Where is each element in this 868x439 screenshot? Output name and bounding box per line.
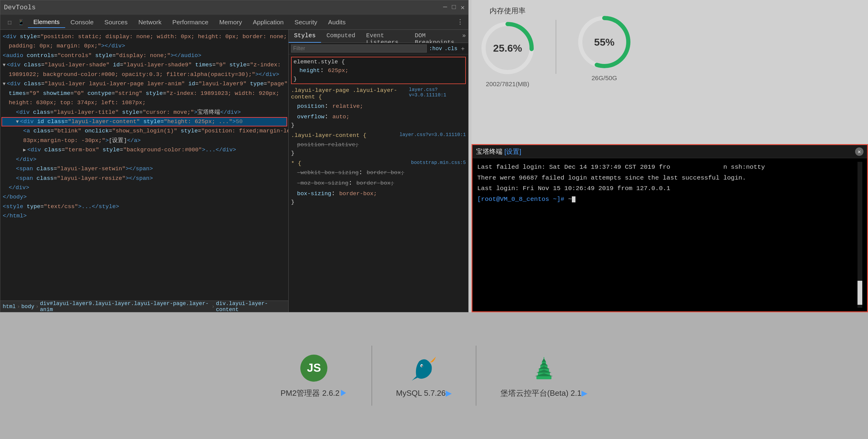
svg-point-5 bbox=[422, 365, 423, 367]
html-line: 83px;margin-top: -30px;">[设置]</a> bbox=[1, 136, 287, 145]
css-selector-3: * { bbox=[291, 160, 301, 167]
breadcrumb-body[interactable]: body bbox=[21, 304, 34, 310]
tab-dom-breakpoints[interactable]: DOM Breakpoints bbox=[409, 30, 460, 43]
tab-elements[interactable]: Elements bbox=[28, 17, 65, 28]
pm2-label: PM2管理器 2.6.2▶ bbox=[281, 388, 347, 399]
terminal-panel: 宝塔终端 [设置] ✕ Last failed login: Sat Dec 1… bbox=[471, 144, 868, 312]
add-style-icon[interactable]: ＋ bbox=[460, 44, 466, 53]
pagoda-svg-icon bbox=[530, 355, 557, 382]
tab-computed[interactable]: Computed bbox=[321, 30, 361, 43]
html-line: <span class="layui-layer-resize"></span> bbox=[1, 174, 287, 183]
tab-security[interactable]: Security bbox=[289, 17, 322, 28]
html-line: </body> bbox=[1, 192, 287, 202]
css-source-1[interactable]: layer.css?v=3.0.11110:1 bbox=[409, 87, 466, 101]
close-button[interactable]: ✕ bbox=[461, 4, 465, 12]
devtools-main: <div style="position: static; display: n… bbox=[0, 30, 468, 312]
tool-pagoda[interactable]: 堡塔云控平台(Beta) 2.1▶ bbox=[500, 353, 587, 399]
html-line: ▶<div class="term-box" style="background… bbox=[1, 145, 287, 155]
terminal-line-1: Last failed login: Sat Dec 14 19:37:49 C… bbox=[477, 162, 855, 173]
styles-content: element.style { height: 625px; } .layui-… bbox=[289, 54, 468, 312]
html-content: <div style="position: static; display: n… bbox=[0, 30, 288, 301]
css-rule-2: .layui-layer-content { layer.css?v=3.0.1… bbox=[291, 132, 466, 156]
tool-mysql[interactable]: MySQL 5.7.26▶ bbox=[396, 354, 452, 398]
disk-subtitle: 26G/50G bbox=[591, 74, 617, 82]
terminal-close-button[interactable]: ✕ bbox=[855, 148, 864, 156]
terminal-content: Last failed login: Sat Dec 14 19:37:49 C… bbox=[472, 158, 867, 311]
mysql-svg-icon bbox=[410, 355, 437, 382]
css-line: box-sizing: border-box; bbox=[291, 188, 466, 199]
styles-filter-input[interactable] bbox=[291, 44, 427, 53]
terminal-scrollbar-thumb[interactable] bbox=[858, 281, 862, 305]
terminal-text-area: Last failed login: Sat Dec 14 19:37:49 C… bbox=[477, 162, 855, 308]
css-selector-1: .layui-layer-page .layui-layer-content { bbox=[291, 87, 409, 100]
css-close: } bbox=[293, 76, 463, 82]
more-options-icon[interactable]: ⋮ bbox=[457, 18, 463, 26]
tab-memory[interactable]: Memory bbox=[214, 17, 247, 28]
css-line-struck: position-relative; bbox=[291, 139, 466, 150]
svg-rect-6 bbox=[536, 376, 552, 379]
styles-filter: :hov .cls ＋ bbox=[289, 43, 468, 54]
monitor-divider bbox=[556, 20, 556, 74]
separator-2 bbox=[476, 346, 476, 406]
terminal-settings-link[interactable]: [设置] bbox=[504, 148, 521, 155]
html-line: <span class="layui-layer-setwin"></span> bbox=[1, 164, 287, 174]
tab-audits[interactable]: Audits bbox=[322, 17, 351, 28]
devtools-title: DevTools bbox=[4, 4, 36, 11]
tab-styles[interactable]: Styles bbox=[289, 30, 321, 43]
filter-hov[interactable]: :hov bbox=[429, 45, 442, 52]
css-source-3[interactable]: bootstrap.min.css:5 bbox=[411, 160, 466, 167]
css-line: overflow: auto; bbox=[291, 112, 466, 122]
breadcrumb-html[interactable]: html bbox=[3, 304, 16, 310]
css-line: position: relative; bbox=[291, 101, 466, 112]
html-panel: <div style="position: static; display: n… bbox=[0, 30, 289, 312]
terminal-line-2: There were 96687 failed login attempts s… bbox=[477, 173, 855, 184]
tab-console[interactable]: Console bbox=[65, 17, 99, 28]
html-line-selected[interactable]: ▼<div id class="layui-layer-content" sty… bbox=[1, 117, 287, 126]
css-prop-height: height: 625px; bbox=[293, 65, 463, 76]
styles-tabs: Styles Computed Event Listeners DOM Brea… bbox=[289, 30, 468, 43]
css-line-struck: -webkit-box-sizing: border-box; bbox=[291, 167, 466, 178]
css-source-2[interactable]: layer.css?v=3.0.11110:1 bbox=[399, 132, 466, 139]
inspect-icon[interactable]: ⬚ bbox=[5, 18, 14, 27]
more-tabs-icon[interactable]: » bbox=[460, 30, 468, 43]
minimize-button[interactable]: ─ bbox=[443, 4, 447, 12]
tool-pm2[interactable]: JS PM2管理器 2.6.2▶ bbox=[281, 353, 347, 399]
filter-cls[interactable]: .cls bbox=[444, 45, 458, 52]
terminal-scrollbar[interactable] bbox=[858, 162, 862, 308]
monitor-panel: 内存使用率 25.6% 2002/7821(MB) bbox=[471, 0, 868, 144]
tab-application[interactable]: Application bbox=[247, 17, 289, 28]
monitor-gauges-row: 内存使用率 25.6% 2002/7821(MB) bbox=[477, 6, 862, 88]
device-icon[interactable]: 📱 bbox=[17, 18, 26, 27]
devtools-tabs: Elements Console Sources Network Perform… bbox=[28, 17, 351, 28]
svg-marker-8 bbox=[535, 373, 553, 376]
html-line: <audio controls="controls" style="displa… bbox=[1, 51, 287, 60]
html-line: padding: 0px; margin: 0px;"></div> bbox=[1, 41, 287, 51]
css-rule-1: .layui-layer-page .layui-layer-content {… bbox=[291, 87, 466, 128]
disk-percent-text: 55% bbox=[594, 36, 615, 48]
memory-gauge: 内存使用率 25.6% 2002/7821(MB) bbox=[477, 6, 538, 88]
tab-sources[interactable]: Sources bbox=[99, 17, 133, 28]
breadcrumb-div2[interactable]: div.layui-layer-content bbox=[216, 301, 286, 312]
tab-network[interactable]: Network bbox=[133, 17, 167, 28]
maximize-button[interactable]: □ bbox=[452, 4, 456, 12]
css-selector-2: .layui-layer-content { bbox=[291, 132, 366, 139]
html-line: <div style="position: static; display: n… bbox=[1, 32, 287, 41]
svg-marker-14 bbox=[540, 363, 548, 366]
memory-subtitle: 2002/7821(MB) bbox=[486, 81, 529, 88]
svg-rect-17 bbox=[544, 357, 544, 359]
styles-panel: Styles Computed Event Listeners DOM Brea… bbox=[289, 30, 468, 312]
html-line: </div> bbox=[1, 183, 287, 192]
html-line: ▼<div class="layui-layer layui-layer-pag… bbox=[1, 79, 287, 89]
terminal-line-4[interactable]: [root@VM_0_8_centos ~]# ~ bbox=[477, 194, 855, 205]
mysql-icon bbox=[409, 354, 439, 384]
breadcrumb-div1[interactable]: div#layui-layer9.layui-layer.layui-layer… bbox=[40, 301, 210, 312]
element-style-rule: element.style { height: 625px; } bbox=[291, 57, 466, 84]
tab-performance[interactable]: Performance bbox=[167, 17, 214, 28]
separator-1 bbox=[372, 346, 372, 406]
pagoda-label: 堡塔云控平台(Beta) 2.1▶ bbox=[500, 388, 587, 399]
tab-event-listeners[interactable]: Event Listeners bbox=[361, 30, 409, 43]
svg-marker-12 bbox=[538, 366, 550, 369]
devtools-window: DevTools ─ □ ✕ ⬚ 📱 Elements Console Sour… bbox=[0, 0, 469, 312]
memory-gauge-wrap: 25.6% bbox=[477, 18, 538, 78]
css-rule-3: * { bootstrap.min.css:5 -webkit-box-sizi… bbox=[291, 160, 466, 206]
